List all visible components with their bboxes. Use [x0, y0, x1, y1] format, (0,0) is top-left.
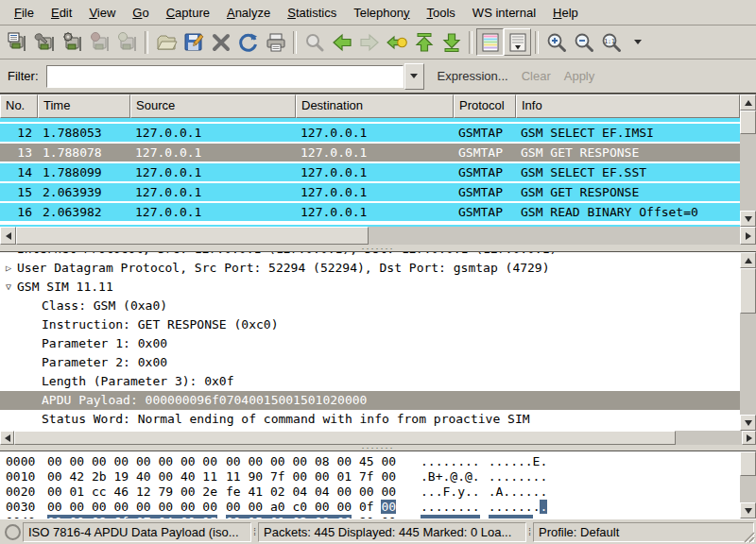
column-header-protocol[interactable]: Protocol	[454, 94, 516, 118]
find-packet-icon[interactable]	[301, 28, 328, 56]
column-header-destination[interactable]: Destination	[296, 94, 454, 118]
expander-expanded-icon[interactable]: ▽	[0, 278, 17, 297]
menu-tools[interactable]: Tools	[419, 3, 464, 23]
auto-scroll-icon[interactable]	[504, 28, 531, 56]
clear-button[interactable]: Clear	[522, 69, 551, 83]
selected-ascii: .	[540, 500, 547, 514]
scrollbar-thumb[interactable]	[740, 451, 756, 476]
scroll-left-icon[interactable]	[0, 227, 16, 245]
capture-stop-icon[interactable]	[86, 28, 113, 56]
packet-list-hscrollbar[interactable]	[0, 227, 756, 245]
column-header-time[interactable]: Time	[38, 94, 130, 118]
apply-button[interactable]: Apply	[564, 69, 595, 83]
capture-restart-icon[interactable]	[113, 28, 141, 56]
file-close-icon[interactable]	[207, 28, 234, 56]
capture-interfaces-icon[interactable]	[4, 28, 31, 56]
go-bottom-icon[interactable]	[438, 28, 465, 56]
hex-row-0030[interactable]: 003000 00 00 00 00 00 00 0000 00 a0 c0 0…	[6, 500, 740, 515]
menu-analyze[interactable]: Analyze	[218, 3, 279, 23]
detail-line-gsm-sim[interactable]: ▽GSM SIM 11.11	[0, 278, 740, 297]
go-top-icon[interactable]	[410, 28, 438, 56]
hex-row-0010[interactable]: 001000 42 2b 19 40 00 40 1111 90 7f 00 0…	[6, 469, 740, 484]
scroll-down-icon[interactable]	[740, 502, 756, 518]
menu-statistics[interactable]: Statistics	[279, 3, 345, 23]
toolbar-separator	[469, 31, 472, 54]
filter-dropdown-button[interactable]	[404, 63, 424, 90]
packet-row-12[interactable]: 121.788053127.0.0.1127.0.0.1GSMTAPGSM SE…	[0, 124, 740, 144]
packet-list-pane: No. Time Source Destination Protocol Inf…	[0, 94, 756, 245]
toolbar-overflow-icon[interactable]	[634, 40, 642, 44]
detail-line-parameter1[interactable]: Parameter 1: 0x00	[0, 334, 740, 353]
menu-help[interactable]: Help	[544, 3, 587, 23]
column-header-source[interactable]: Source	[130, 94, 296, 118]
scroll-right-icon[interactable]	[742, 431, 756, 445]
resize-grip[interactable]	[742, 530, 755, 543]
packet-list-vscrollbar[interactable]	[740, 94, 756, 227]
detail-line-instruction[interactable]: Instruction: GET RESPONSE (0xc0)	[0, 315, 740, 334]
scroll-down-icon[interactable]	[740, 415, 756, 431]
go-back-icon[interactable]	[328, 28, 355, 56]
zoom-100-icon[interactable]: 1:1	[597, 28, 625, 56]
menu-ws-internal[interactable]: WS internal	[464, 3, 544, 23]
menu-edit[interactable]: Edit	[43, 3, 80, 23]
go-to-packet-icon[interactable]	[383, 28, 410, 56]
scroll-up-icon[interactable]	[740, 252, 756, 268]
scrollbar-thumb[interactable]	[16, 227, 369, 245]
detail-line-ip[interactable]: Internet Protocol, Src: 127.0.0.1 (127.0…	[0, 252, 740, 259]
zoom-out-icon[interactable]	[570, 28, 597, 56]
hex-row-0000[interactable]: 000000 00 00 00 00 00 00 0000 00 00 00 0…	[6, 454, 740, 469]
toolbar-separator	[145, 31, 148, 54]
reload-icon[interactable]	[234, 28, 262, 56]
packet-row-16[interactable]: 162.063982127.0.0.1127.0.0.1GSMTAPGSM RE…	[0, 203, 740, 223]
packet-list-header: No. Time Source Destination Protocol Inf…	[0, 94, 740, 118]
packet-row-15[interactable]: 152.063939127.0.0.1127.0.0.1GSMTAPGSM GE…	[0, 183, 740, 203]
scroll-left-icon[interactable]	[0, 431, 14, 445]
go-forward-icon[interactable]	[355, 28, 383, 56]
menu-telephony[interactable]: Telephony	[345, 3, 418, 23]
statusbar-handle[interactable]: ⁞	[526, 522, 533, 542]
hex-dump[interactable]: 000000 00 00 00 00 00 00 0000 00 00 00 0…	[0, 451, 740, 518]
scroll-down-icon[interactable]	[740, 211, 756, 227]
capture-start-icon[interactable]	[59, 28, 86, 56]
zoom-in-icon[interactable]	[542, 28, 570, 56]
menu-go[interactable]: Go	[124, 3, 157, 23]
detail-line-length[interactable]: Length (Parameter 3): 0x0f	[0, 372, 740, 391]
expander-collapsed-icon[interactable]: ▷	[0, 259, 17, 278]
status-field-info: ISO 7816-4 APDU Data Payload (iso...	[23, 522, 251, 542]
scrollbar-thumb[interactable]	[14, 431, 676, 445]
expert-info-icon	[5, 524, 21, 540]
expert-info-button[interactable]	[2, 521, 23, 542]
hex-row-0020[interactable]: 002000 01 cc 46 12 79 00 2efe 41 02 04 0…	[6, 484, 740, 500]
menu-view[interactable]: View	[80, 3, 124, 23]
detail-line-udp[interactable]: ▷User Datagram Protocol, Src Port: 52294…	[0, 259, 740, 278]
menu-capture[interactable]: Capture	[158, 3, 218, 23]
detail-line-parameter2[interactable]: Parameter 2: 0x00	[0, 353, 740, 372]
packet-row-14[interactable]: 141.788099127.0.0.1127.0.0.1GSMTAPGSM SE…	[0, 163, 740, 183]
packet-details-pane: Internet Protocol, Src: 127.0.0.1 (127.0…	[0, 251, 756, 445]
packet-rows: 111.778351127.0.0.1127.0.0.1GSMTAPGSM GE…	[0, 118, 740, 227]
scrollbar-thumb[interactable]	[740, 268, 756, 314]
detail-line-status-word[interactable]: Status Word: Normal ending of command wi…	[0, 410, 740, 429]
packet-row-13-selected[interactable]: 131.788078127.0.0.1127.0.0.1GSMTAPGSM GE…	[0, 144, 740, 163]
filter-input[interactable]	[46, 65, 404, 88]
hex-vscrollbar[interactable]	[740, 451, 756, 518]
file-open-icon[interactable]	[152, 28, 180, 56]
capture-options-icon[interactable]	[31, 28, 59, 56]
scroll-up-icon[interactable]	[740, 94, 756, 110]
details-vscrollbar[interactable]	[740, 252, 756, 431]
expander-icon[interactable]	[0, 252, 17, 259]
menu-file[interactable]: File	[6, 3, 43, 23]
column-header-info[interactable]: Info	[516, 94, 740, 118]
toolbar-separator	[535, 31, 539, 54]
pane-splitter[interactable]: ·······	[0, 245, 756, 251]
column-header-no[interactable]: No.	[0, 94, 38, 118]
expression-button[interactable]: Expression...	[438, 69, 508, 83]
scroll-right-icon[interactable]	[740, 227, 756, 245]
detail-line-apdu-payload-selected[interactable]: APDU Payload: 000000096f0704001500150102…	[0, 391, 740, 410]
print-icon[interactable]	[262, 28, 289, 56]
file-save-icon[interactable]	[180, 28, 207, 56]
detail-line-class[interactable]: Class: GSM (0xa0)	[0, 297, 740, 315]
scrollbar-thumb[interactable]	[740, 110, 756, 134]
statusbar-handle[interactable]: ⁞	[251, 522, 258, 542]
colorize-packets-icon[interactable]	[476, 28, 504, 56]
